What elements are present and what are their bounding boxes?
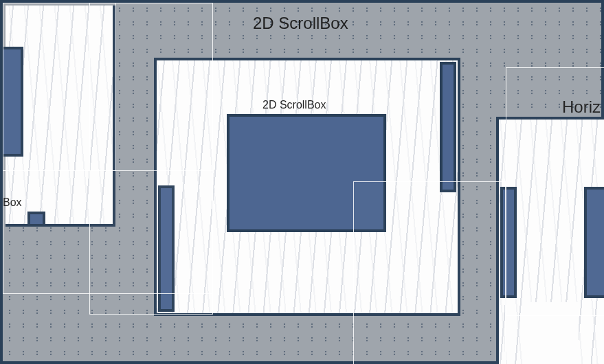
inner-2d-scrollbox-content[interactable] [227, 114, 386, 232]
left-partial-label: Box [3, 196, 22, 209]
right-panel-gap [522, 302, 579, 364]
right-panel-right-handle[interactable] [584, 187, 604, 298]
outer-scrollbar-left-handle[interactable] [158, 185, 175, 312]
diagram-stage: 2D ScrollBox Box 2D ScrollBox Horiz [0, 0, 604, 364]
left-panel-corner-block [27, 212, 45, 227]
inner-scrollbox-title: 2D ScrollBox [262, 99, 326, 111]
right-partial-label: Horiz [562, 98, 601, 117]
outer-scrollbar-right-handle[interactable] [440, 62, 456, 192]
right-panel-left-handle[interactable] [500, 187, 517, 298]
outer-scrollbox-title: 2D ScrollBox [253, 14, 348, 33]
left-panel-scrollbar-handle[interactable] [3, 47, 23, 157]
